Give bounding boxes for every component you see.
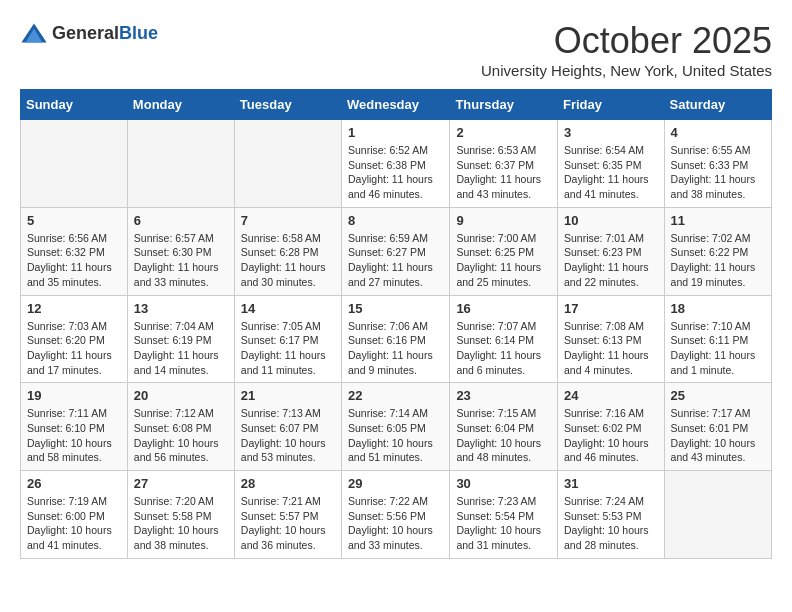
day-number: 27 [134,476,228,491]
week-row: 1Sunrise: 6:52 AM Sunset: 6:38 PM Daylig… [21,120,772,208]
day-number: 1 [348,125,443,140]
day-info: Sunrise: 6:58 AM Sunset: 6:28 PM Dayligh… [241,231,335,290]
day-info: Sunrise: 7:24 AM Sunset: 5:53 PM Dayligh… [564,494,658,553]
day-number: 12 [27,301,121,316]
day-info: Sunrise: 6:54 AM Sunset: 6:35 PM Dayligh… [564,143,658,202]
day-info: Sunrise: 6:59 AM Sunset: 6:27 PM Dayligh… [348,231,443,290]
day-number: 26 [27,476,121,491]
header: GeneralBlue October 2025 University Heig… [20,20,772,79]
day-number: 6 [134,213,228,228]
day-number: 3 [564,125,658,140]
calendar-cell: 2Sunrise: 6:53 AM Sunset: 6:37 PM Daylig… [450,120,558,208]
day-number: 7 [241,213,335,228]
week-row: 19Sunrise: 7:11 AM Sunset: 6:10 PM Dayli… [21,383,772,471]
calendar-cell: 26Sunrise: 7:19 AM Sunset: 6:00 PM Dayli… [21,471,128,559]
day-info: Sunrise: 7:15 AM Sunset: 6:04 PM Dayligh… [456,406,551,465]
day-info: Sunrise: 6:53 AM Sunset: 6:37 PM Dayligh… [456,143,551,202]
day-number: 8 [348,213,443,228]
day-number: 16 [456,301,551,316]
day-info: Sunrise: 7:23 AM Sunset: 5:54 PM Dayligh… [456,494,551,553]
day-number: 11 [671,213,765,228]
col-header-sunday: Sunday [21,90,128,120]
day-number: 23 [456,388,551,403]
day-number: 30 [456,476,551,491]
week-row: 12Sunrise: 7:03 AM Sunset: 6:20 PM Dayli… [21,295,772,383]
day-number: 9 [456,213,551,228]
subtitle: University Heights, New York, United Sta… [481,62,772,79]
calendar-cell: 3Sunrise: 6:54 AM Sunset: 6:35 PM Daylig… [557,120,664,208]
calendar-cell: 12Sunrise: 7:03 AM Sunset: 6:20 PM Dayli… [21,295,128,383]
day-info: Sunrise: 7:04 AM Sunset: 6:19 PM Dayligh… [134,319,228,378]
day-number: 29 [348,476,443,491]
calendar-cell: 13Sunrise: 7:04 AM Sunset: 6:19 PM Dayli… [127,295,234,383]
calendar-cell: 8Sunrise: 6:59 AM Sunset: 6:27 PM Daylig… [342,207,450,295]
day-number: 21 [241,388,335,403]
day-info: Sunrise: 7:00 AM Sunset: 6:25 PM Dayligh… [456,231,551,290]
col-header-wednesday: Wednesday [342,90,450,120]
col-header-thursday: Thursday [450,90,558,120]
calendar-cell: 23Sunrise: 7:15 AM Sunset: 6:04 PM Dayli… [450,383,558,471]
day-info: Sunrise: 7:22 AM Sunset: 5:56 PM Dayligh… [348,494,443,553]
day-info: Sunrise: 7:20 AM Sunset: 5:58 PM Dayligh… [134,494,228,553]
logo: GeneralBlue [20,20,158,48]
calendar-cell: 18Sunrise: 7:10 AM Sunset: 6:11 PM Dayli… [664,295,771,383]
day-number: 14 [241,301,335,316]
calendar-cell: 19Sunrise: 7:11 AM Sunset: 6:10 PM Dayli… [21,383,128,471]
calendar-cell: 5Sunrise: 6:56 AM Sunset: 6:32 PM Daylig… [21,207,128,295]
day-number: 25 [671,388,765,403]
day-number: 31 [564,476,658,491]
month-title: October 2025 [481,20,772,62]
calendar-cell: 25Sunrise: 7:17 AM Sunset: 6:01 PM Dayli… [664,383,771,471]
calendar-cell: 16Sunrise: 7:07 AM Sunset: 6:14 PM Dayli… [450,295,558,383]
calendar-cell: 20Sunrise: 7:12 AM Sunset: 6:08 PM Dayli… [127,383,234,471]
calendar-cell: 22Sunrise: 7:14 AM Sunset: 6:05 PM Dayli… [342,383,450,471]
calendar-cell: 30Sunrise: 7:23 AM Sunset: 5:54 PM Dayli… [450,471,558,559]
day-info: Sunrise: 7:19 AM Sunset: 6:00 PM Dayligh… [27,494,121,553]
day-number: 10 [564,213,658,228]
day-number: 18 [671,301,765,316]
col-header-monday: Monday [127,90,234,120]
calendar-cell: 4Sunrise: 6:55 AM Sunset: 6:33 PM Daylig… [664,120,771,208]
day-number: 17 [564,301,658,316]
col-header-friday: Friday [557,90,664,120]
day-info: Sunrise: 7:10 AM Sunset: 6:11 PM Dayligh… [671,319,765,378]
day-number: 28 [241,476,335,491]
day-info: Sunrise: 7:07 AM Sunset: 6:14 PM Dayligh… [456,319,551,378]
calendar-cell: 9Sunrise: 7:00 AM Sunset: 6:25 PM Daylig… [450,207,558,295]
logo-general: General [52,23,119,43]
day-info: Sunrise: 7:03 AM Sunset: 6:20 PM Dayligh… [27,319,121,378]
day-number: 22 [348,388,443,403]
day-number: 5 [27,213,121,228]
day-info: Sunrise: 7:13 AM Sunset: 6:07 PM Dayligh… [241,406,335,465]
day-info: Sunrise: 7:14 AM Sunset: 6:05 PM Dayligh… [348,406,443,465]
day-number: 15 [348,301,443,316]
calendar-cell: 10Sunrise: 7:01 AM Sunset: 6:23 PM Dayli… [557,207,664,295]
logo-icon [20,20,48,48]
col-header-tuesday: Tuesday [234,90,341,120]
calendar-cell: 28Sunrise: 7:21 AM Sunset: 5:57 PM Dayli… [234,471,341,559]
day-number: 13 [134,301,228,316]
day-number: 2 [456,125,551,140]
day-info: Sunrise: 7:17 AM Sunset: 6:01 PM Dayligh… [671,406,765,465]
day-number: 20 [134,388,228,403]
calendar-cell: 11Sunrise: 7:02 AM Sunset: 6:22 PM Dayli… [664,207,771,295]
header-row: SundayMondayTuesdayWednesdayThursdayFrid… [21,90,772,120]
calendar-cell: 31Sunrise: 7:24 AM Sunset: 5:53 PM Dayli… [557,471,664,559]
calendar-cell: 1Sunrise: 6:52 AM Sunset: 6:38 PM Daylig… [342,120,450,208]
calendar-cell [21,120,128,208]
day-info: Sunrise: 7:05 AM Sunset: 6:17 PM Dayligh… [241,319,335,378]
calendar-cell: 14Sunrise: 7:05 AM Sunset: 6:17 PM Dayli… [234,295,341,383]
day-number: 19 [27,388,121,403]
calendar-cell [234,120,341,208]
day-number: 24 [564,388,658,403]
calendar-cell: 24Sunrise: 7:16 AM Sunset: 6:02 PM Dayli… [557,383,664,471]
day-info: Sunrise: 6:55 AM Sunset: 6:33 PM Dayligh… [671,143,765,202]
calendar-cell: 17Sunrise: 7:08 AM Sunset: 6:13 PM Dayli… [557,295,664,383]
day-number: 4 [671,125,765,140]
logo-blue: Blue [119,23,158,43]
calendar-cell: 15Sunrise: 7:06 AM Sunset: 6:16 PM Dayli… [342,295,450,383]
calendar-cell [127,120,234,208]
logo-text: GeneralBlue [52,24,158,44]
day-info: Sunrise: 7:06 AM Sunset: 6:16 PM Dayligh… [348,319,443,378]
calendar: SundayMondayTuesdayWednesdayThursdayFrid… [20,89,772,559]
